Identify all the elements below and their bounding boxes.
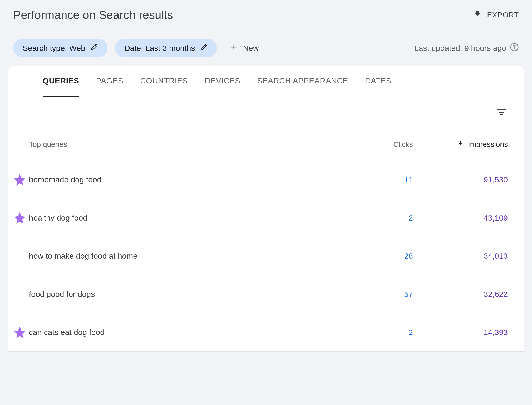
query-text: can cats eat dog food	[29, 328, 329, 337]
new-label: New	[243, 44, 259, 53]
clicks-value: 28	[329, 252, 413, 261]
impressions-value: 34,013	[413, 252, 508, 261]
impressions-value: 43,109	[413, 213, 508, 222]
impressions-value: 91,530	[413, 175, 508, 184]
impressions-value: 14,393	[413, 328, 508, 337]
last-updated-text: Last updated: 9 hours ago	[414, 44, 506, 53]
tab-devices[interactable]: DEVICES	[205, 76, 240, 97]
filter-list-icon[interactable]	[495, 106, 508, 119]
help-icon[interactable]	[510, 43, 519, 53]
col-header-clicks[interactable]: Clicks	[329, 140, 413, 149]
impressions-label: Impressions	[468, 140, 508, 149]
star-cell	[11, 249, 29, 263]
plus-icon	[230, 43, 238, 53]
search-type-chip[interactable]: Search type: Web	[13, 39, 107, 57]
date-label: Date: Last 3 months	[124, 44, 195, 53]
star-cell	[11, 326, 29, 339]
svg-point-1	[514, 49, 514, 49]
table-row[interactable]: food good for dogs5732,622	[8, 275, 524, 313]
table-row[interactable]: homemade dog food1191,530	[8, 161, 524, 199]
results-card: QUERIES PAGES COUNTRIES DEVICES SEARCH A…	[8, 66, 524, 352]
clicks-value: 2	[329, 213, 413, 222]
tab-countries[interactable]: COUNTRIES	[140, 76, 188, 97]
col-header-queries[interactable]: Top queries	[29, 140, 329, 149]
page-title: Performance on Search results	[13, 8, 173, 22]
clicks-value: 11	[329, 175, 413, 184]
star-icon	[13, 173, 27, 187]
tab-pages[interactable]: PAGES	[96, 76, 124, 97]
edit-icon	[200, 43, 208, 53]
star-cell	[11, 211, 29, 225]
export-label: EXPORT	[487, 11, 519, 19]
tab-queries[interactable]: QUERIES	[43, 76, 79, 97]
table-row[interactable]: can cats eat dog food214,393	[8, 313, 524, 352]
sort-down-icon	[457, 140, 464, 149]
date-chip[interactable]: Date: Last 3 months	[115, 39, 217, 57]
search-type-label: Search type: Web	[23, 44, 85, 53]
star-icon	[13, 211, 27, 225]
clicks-value: 57	[329, 290, 413, 299]
query-text: healthy dog food	[29, 213, 329, 222]
col-header-impressions[interactable]: Impressions	[413, 140, 508, 149]
clicks-value: 2	[329, 328, 413, 337]
last-updated: Last updated: 9 hours ago	[414, 43, 519, 53]
edit-icon	[91, 43, 98, 53]
query-text: how to make dog food at home	[29, 252, 329, 261]
table-header: Top queries Clicks Impressions	[8, 128, 524, 161]
page-header: Performance on Search results EXPORT	[0, 0, 532, 30]
tabs-bar: QUERIES PAGES COUNTRIES DEVICES SEARCH A…	[8, 66, 524, 97]
impressions-value: 32,622	[413, 290, 508, 299]
filter-bar: Search type: Web Date: Last 3 months New…	[0, 30, 532, 66]
table-row[interactable]: how to make dog food at home2834,013	[8, 237, 524, 275]
table-filter-row	[8, 97, 524, 128]
query-text: food good for dogs	[29, 290, 329, 299]
export-button[interactable]: EXPORT	[473, 9, 519, 21]
tab-search-appearance[interactable]: SEARCH APPEARANCE	[257, 76, 348, 97]
add-filter-button[interactable]: New	[224, 43, 264, 53]
query-text: homemade dog food	[29, 175, 329, 184]
table-row[interactable]: healthy dog food243,109	[8, 199, 524, 237]
star-icon	[13, 326, 27, 339]
star-cell	[11, 287, 29, 301]
table-body: homemade dog food1191,530healthy dog foo…	[8, 161, 524, 352]
download-icon	[473, 9, 482, 21]
star-cell	[11, 173, 29, 187]
tab-dates[interactable]: DATES	[365, 76, 391, 97]
